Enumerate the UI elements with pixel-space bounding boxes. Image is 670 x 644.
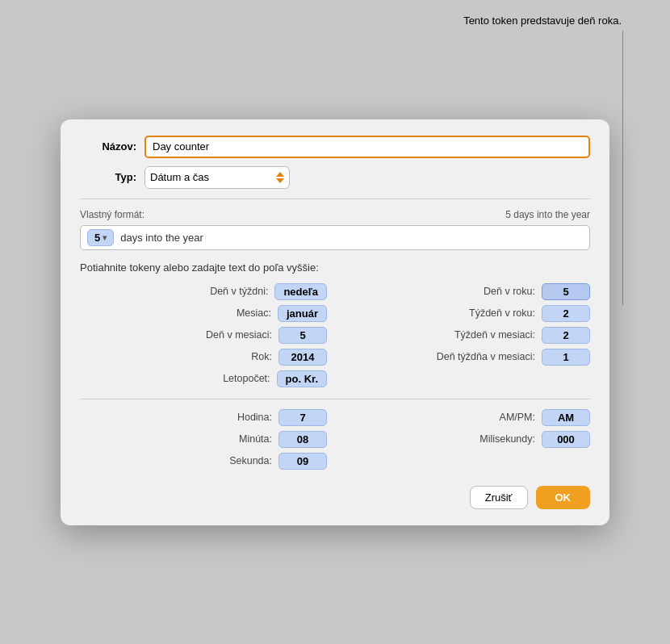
- cancel-button[interactable]: Zrušiť: [470, 486, 528, 509]
- token-value-hour[interactable]: 7: [278, 409, 327, 426]
- stepper-down-icon: [276, 178, 284, 183]
- token-row-day-of-week: Deň v týždni: nedeľa: [80, 283, 327, 300]
- token-label-milliseconds: Milisekundy:: [479, 433, 535, 445]
- divider-1: [80, 199, 590, 199]
- token-label-day-of-month: Deň v mesiaci:: [206, 329, 272, 341]
- token-value-year[interactable]: 2014: [278, 349, 327, 366]
- tooltip-text: Tento token predstavuje deň roka.: [463, 15, 622, 27]
- token-label-year: Rok:: [251, 351, 272, 362]
- token-label-ampm: AM/PM:: [500, 412, 535, 423]
- tooltip-line: [622, 31, 623, 305]
- token-value-day-of-week[interactable]: nedeľa: [274, 283, 327, 300]
- type-stepper-icon[interactable]: [276, 172, 284, 183]
- token-row-year: Rok: 2014: [80, 349, 327, 366]
- token-row-week-of-month: Týždeň v mesiaci: 2: [343, 327, 590, 344]
- token-row-minute: Minúta: 08: [80, 431, 327, 448]
- token-label-week-of-year: Týždeň v roku:: [469, 307, 535, 319]
- token-value-milliseconds[interactable]: 000: [542, 431, 590, 448]
- format-token-chevron: ▾: [103, 233, 107, 242]
- token-label-hour: Hodina:: [237, 412, 272, 423]
- format-token-chip[interactable]: 5 ▾: [87, 229, 114, 246]
- name-input[interactable]: [144, 136, 590, 158]
- token-value-minute[interactable]: 08: [278, 431, 327, 448]
- token-label-era: Letopočet:: [223, 373, 270, 384]
- type-select[interactable]: Dátum a čas: [144, 166, 290, 189]
- token-label-week-of-month: Týždeň v mesiaci:: [454, 329, 535, 341]
- token-row-day-of-year: Deň v roku: 5: [343, 283, 590, 300]
- name-label: Názov:: [80, 140, 136, 153]
- token-row-day-of-week-in-month: Deň týždňa v mesiaci: 1: [343, 349, 590, 366]
- ok-button[interactable]: OK: [536, 486, 591, 509]
- token-value-second[interactable]: 09: [278, 453, 327, 470]
- time-token-grid: Hodina: 7 Minúta: 08 Sekunda: 09 AM/PM: …: [80, 409, 590, 470]
- token-row-day-of-month: Deň v mesiaci: 5: [80, 327, 327, 344]
- divider-2: [80, 399, 590, 399]
- token-value-era[interactable]: po. Kr.: [277, 370, 327, 387]
- token-value-day-of-month[interactable]: 5: [278, 327, 327, 344]
- custom-format-header: Vlastný formát: 5 days into the year: [80, 209, 590, 220]
- token-label-month: Mesiac:: [237, 307, 271, 319]
- token-value-day-of-week-in-month[interactable]: 1: [542, 349, 590, 366]
- tokens-left-column: Deň v týždni: nedeľa Mesiac: január Deň …: [80, 283, 327, 387]
- dialog: Názov: Typ: Dátum a čas Vlastný formát: …: [61, 119, 609, 525]
- token-row-month: Mesiac: január: [80, 305, 327, 322]
- button-row: Zrušiť OK: [80, 486, 590, 509]
- drag-instruction: Potiahnite tokeny alebo zadajte text do …: [80, 261, 590, 274]
- stepper-up-icon: [276, 172, 284, 177]
- time-tokens-right-column: AM/PM: AM Milisekundy: 000: [343, 409, 590, 470]
- token-label-day-of-week-in-month: Deň týždňa v mesiaci:: [437, 351, 535, 362]
- token-value-week-of-year[interactable]: 2: [542, 305, 590, 322]
- format-bar[interactable]: 5 ▾ days into the year: [80, 225, 590, 250]
- token-row-milliseconds: Milisekundy: 000: [343, 431, 590, 448]
- token-value-month[interactable]: január: [278, 305, 327, 322]
- token-value-week-of-month[interactable]: 2: [542, 327, 590, 344]
- time-tokens-left-column: Hodina: 7 Minúta: 08 Sekunda: 09: [80, 409, 327, 470]
- format-token-value: 5: [94, 232, 100, 244]
- token-value-day-of-year[interactable]: 5: [542, 283, 590, 300]
- type-select-text: Dátum a čas: [150, 171, 271, 183]
- tokens-right-column: Deň v roku: 5 Týždeň v roku: 2 Týždeň v …: [343, 283, 590, 387]
- token-row-week-of-year: Týždeň v roku: 2: [343, 305, 590, 322]
- token-row-ampm: AM/PM: AM: [343, 409, 590, 426]
- token-row-hour: Hodina: 7: [80, 409, 327, 426]
- custom-format-preview: 5 days into the year: [505, 209, 590, 220]
- type-row: Typ: Dátum a čas: [80, 166, 590, 189]
- token-label-day-of-year: Deň v roku:: [484, 286, 535, 297]
- token-row-second: Sekunda: 09: [80, 453, 327, 470]
- token-grid: Deň v týždni: nedeľa Mesiac: január Deň …: [80, 283, 590, 387]
- custom-format-label: Vlastný formát:: [80, 209, 144, 220]
- token-label-second: Sekunda:: [229, 455, 272, 466]
- token-row-era: Letopočet: po. Kr.: [80, 370, 327, 387]
- name-row: Názov:: [80, 136, 590, 158]
- format-bar-text: days into the year: [120, 232, 203, 244]
- token-value-ampm[interactable]: AM: [542, 409, 590, 426]
- token-label-minute: Minúta:: [239, 433, 272, 445]
- type-label: Typ:: [80, 171, 136, 183]
- token-label-day-of-week: Deň v týždni:: [210, 286, 268, 297]
